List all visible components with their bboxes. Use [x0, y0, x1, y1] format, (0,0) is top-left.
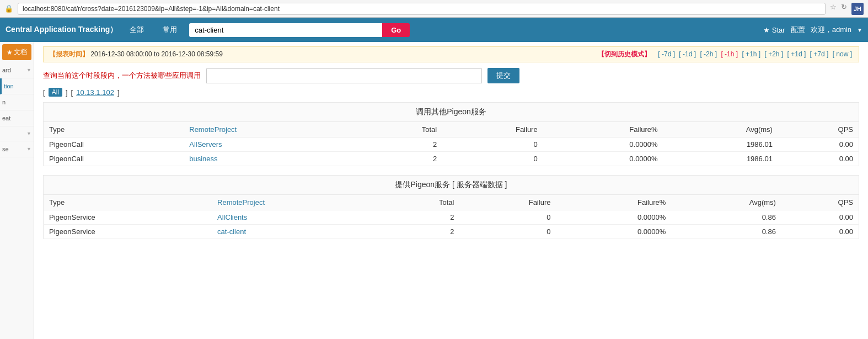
cell-type: PigeonService: [44, 225, 212, 239]
table-row: PigeonService AllClients 2 0 0.0000% 0.8…: [44, 210, 859, 225]
cell-type: PigeonService: [44, 210, 212, 225]
cell-type: PigeonCall: [44, 152, 184, 166]
col-type-header: Type: [44, 122, 184, 137]
doc-icon: ★: [7, 49, 13, 56]
cell-failure-pct: 0.0000%: [543, 152, 663, 166]
col-failure-header: Failure: [459, 195, 556, 210]
col-remote-project-header: RemoteProject: [184, 122, 362, 137]
chevron-down-icon: ▼: [26, 67, 31, 73]
cell-avg: 0.86: [671, 210, 781, 225]
sidebar-item-tion[interactable]: tion: [0, 78, 34, 94]
table-row: PigeonService cat-client 2 0 0.0000% 0.8…: [44, 225, 859, 239]
query-label: 查询当前这个时段段内，一个方法被哪些应用调用: [43, 71, 201, 81]
query-section: 查询当前这个时段段内，一个方法被哪些应用调用 提交 [ All ] [ 10.1…: [43, 68, 859, 97]
col-avg-header: Avg(ms): [671, 195, 781, 210]
filter-bracket-open: [: [43, 88, 45, 97]
time-link-2h-plus[interactable]: [ +2h ]: [765, 50, 784, 58]
content-area: 【报表时间】 2016-12-30 08:00:00 to 2016-12-30…: [34, 42, 868, 339]
star-button[interactable]: ★ Star: [763, 26, 785, 34]
filter-row: [ All ] [ 10.13.1.102 ]: [43, 88, 859, 97]
doc-label: 文档: [14, 47, 27, 57]
history-mode-label[interactable]: 【切到历史模式】: [598, 50, 651, 58]
time-link-1d-minus[interactable]: [ -1d ]: [679, 50, 696, 58]
table2-header: 提供Pigeon服务 [ 服务器端数据 ]: [43, 175, 859, 194]
nav-common-button[interactable]: 常用: [156, 23, 184, 37]
report-time-label: 【报表时间】: [49, 50, 89, 58]
submit-button[interactable]: 提交: [487, 68, 519, 83]
star-icon: ★: [763, 26, 770, 34]
table1: Type RemoteProject Total Failure Failure…: [43, 121, 859, 166]
search-container: Go: [189, 23, 410, 37]
cell-failure-pct: 0.0000%: [543, 137, 663, 152]
security-icon: 🔒: [4, 4, 13, 13]
user-dropdown-arrow[interactable]: ▼: [857, 27, 862, 33]
main-layout: ★ 文档 ard ▼ tion n eat ▼ se ▼ 【报表时间】: [0, 42, 868, 339]
report-time-bar: 【报表时间】 2016-12-30 08:00:00 to 2016-12-30…: [43, 46, 859, 62]
cell-failure-pct: 0.0000%: [556, 225, 671, 239]
cell-avg: 1986.01: [663, 137, 778, 152]
time-link-7d-plus[interactable]: [ +7d ]: [810, 50, 829, 58]
cell-failure: 0: [459, 225, 556, 239]
doc-button[interactable]: ★ 文档: [2, 44, 31, 60]
sidebar-item-label: se: [2, 146, 9, 152]
time-link-now[interactable]: [ now ]: [833, 50, 852, 58]
col-remote-project-header: RemoteProject: [212, 195, 383, 210]
url-bar[interactable]: localhost:8080/cat/r/cross?date=20161230…: [18, 3, 826, 15]
refresh-icon[interactable]: ↻: [841, 3, 847, 15]
query-input[interactable]: [206, 68, 482, 83]
col-total-header: Total: [383, 195, 459, 210]
cell-qps: 0.00: [778, 152, 859, 166]
cell-remote-project[interactable]: business: [184, 152, 362, 166]
sidebar-item-se[interactable]: se ▼: [0, 141, 34, 157]
time-link-2h-minus[interactable]: [ -2h ]: [700, 50, 717, 58]
table1-header-row: Type RemoteProject Total Failure Failure…: [44, 122, 859, 137]
cell-type: PigeonCall: [44, 137, 184, 152]
cell-failure: 0: [442, 152, 543, 166]
col-qps-header: QPS: [781, 195, 859, 210]
search-input[interactable]: [189, 23, 382, 37]
cell-remote-project[interactable]: cat-client: [212, 225, 383, 239]
nav-all-button[interactable]: 全部: [123, 23, 151, 37]
cell-avg: 0.86: [671, 225, 781, 239]
url-text: localhost:8080/cat/r/cross?date=20161230…: [23, 5, 280, 13]
cell-qps: 0.00: [778, 137, 859, 152]
cell-failure: 0: [442, 137, 543, 152]
chevron-down-icon: ▼: [26, 146, 31, 152]
col-failure-pct-header: Failure%: [556, 195, 671, 210]
sidebar-item-n[interactable]: n: [0, 94, 34, 110]
time-link-1h-minus[interactable]: [ -1h ]: [721, 50, 738, 58]
go-button[interactable]: Go: [382, 23, 410, 37]
sidebar-item-empty[interactable]: ▼: [0, 126, 34, 141]
time-link-7d-minus[interactable]: [ -7d ]: [658, 50, 675, 58]
cell-total: 2: [362, 152, 442, 166]
welcome-text: 欢迎，admin: [811, 25, 851, 35]
sidebar-item-label: tion: [4, 83, 14, 89]
sidebar-item-label: ard: [2, 67, 11, 73]
cell-remote-project[interactable]: AllClients: [212, 210, 383, 225]
col-qps-header: QPS: [778, 122, 859, 137]
filter-ip-bracket-close: ]: [117, 88, 120, 97]
filter-ip-link[interactable]: 10.13.1.102: [76, 88, 114, 97]
sidebar-item-label: n: [2, 99, 6, 105]
sidebar-item-eat[interactable]: eat: [0, 110, 34, 126]
query-row: 查询当前这个时段段内，一个方法被哪些应用调用 提交: [43, 68, 859, 83]
filter-all-button[interactable]: All: [49, 88, 62, 97]
cell-total: 2: [383, 210, 459, 225]
cell-avg: 1986.01: [663, 152, 778, 166]
cell-total: 2: [383, 225, 459, 239]
col-failure-pct-header: Failure%: [543, 122, 663, 137]
table-row: PigeonCall business 2 0 0.0000% 1986.01 …: [44, 152, 859, 166]
filter-sep-open: [: [71, 88, 73, 97]
cell-remote-project[interactable]: AllServers: [184, 137, 362, 152]
time-link-1h-plus[interactable]: [ +1h ]: [742, 50, 760, 58]
bookmark-icon[interactable]: ☆: [830, 3, 837, 15]
table-row: PigeonCall AllServers 2 0 0.0000% 1986.0…: [44, 137, 859, 152]
report-time-value: 2016-12-30 08:00:00 to 2016-12-30 08:59:…: [90, 50, 223, 58]
cell-qps: 0.00: [781, 225, 859, 239]
sidebar-item-ard[interactable]: ard ▼: [0, 62, 34, 78]
filter-bracket-close: ]: [66, 88, 68, 97]
config-button[interactable]: 配置: [791, 25, 805, 35]
header-right: ★ Star 配置 欢迎，admin ▼: [763, 25, 862, 35]
time-link-1d-plus[interactable]: [ +1d ]: [787, 50, 806, 58]
browser-bar: 🔒 localhost:8080/cat/r/cross?date=201612…: [0, 0, 868, 18]
